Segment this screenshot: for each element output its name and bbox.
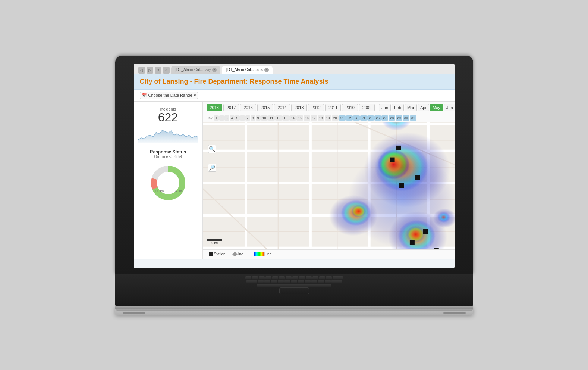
scale-label: 2 mi [211,241,218,245]
response-status-widget: Response Status On Time <= 6:59 [138,149,198,203]
key-enter [331,280,342,283]
year-btn-2012[interactable]: 2012 [308,104,324,111]
forward-button[interactable]: ▷ [147,67,153,74]
year-btn-2015[interactable]: 2015 [257,104,273,111]
key [252,276,258,279]
date-range-label: Choose the Date Range [148,93,192,97]
day-16[interactable]: 16 [304,115,310,121]
day-23[interactable]: 23 [353,115,360,121]
tab-1-close[interactable]: ✕ [212,68,217,72]
day-11[interactable]: 11 [268,115,275,121]
day-18[interactable]: 18 [318,115,324,121]
donut-late-label: 11.1% [155,189,165,193]
day-14[interactable]: 14 [289,115,296,121]
svg-rect-42 [415,175,420,180]
year-btn-2014[interactable]: 2014 [274,104,290,111]
day-15[interactable]: 15 [296,115,303,121]
day-10[interactable]: 10 [261,115,268,121]
center-panel: 2018 2017 2016 2015 2014 2013 2012 2011 … [203,102,455,259]
year-btn-2010[interactable]: 2010 [342,104,358,111]
day-8[interactable]: 8 [251,115,255,121]
scale-bar [207,239,222,241]
svg-rect-47 [396,145,401,150]
key [305,280,311,283]
day-9[interactable]: 9 [256,115,261,121]
fullscreen-button[interactable]: ⤢ [163,67,170,74]
inc-icon [232,251,238,256]
key [318,280,324,283]
zoom-in-icon: 🔍 [209,146,215,152]
svg-rect-44 [423,229,428,234]
month-btn-apr[interactable]: Apr [418,104,429,111]
key [306,276,312,279]
day-26[interactable]: 26 [374,115,381,121]
inc-label: Inc... [238,252,246,256]
refresh-button[interactable]: ↺ [155,67,161,74]
incidents-widget: Incidents 622 [138,107,198,143]
key [259,276,265,279]
day-1[interactable]: 1 [214,115,219,121]
day-5[interactable]: 5 [235,115,240,121]
day-20[interactable]: 20 [332,115,339,121]
back-button[interactable]: ◁ [138,67,145,74]
month-btn-jun[interactable]: Jun [444,104,455,111]
day-7[interactable]: 7 [245,115,250,121]
year-btn-2016[interactable]: 2016 [240,104,256,111]
month-btn-mar[interactable]: Mar [405,104,417,111]
browser-tab-2[interactable]: =[DT_Alarm.Cal... 2018 ✕ [222,66,273,74]
tab-1-label: =[DT_Alarm.Cal... [173,68,203,72]
day-19[interactable]: 19 [325,115,331,121]
day-22[interactable]: 22 [346,115,353,121]
day-24[interactable]: 24 [360,115,367,121]
day-28[interactable]: 28 [389,115,395,121]
svg-point-38 [348,151,455,248]
day-21[interactable]: 21 [339,115,346,121]
key [264,280,270,283]
year-btn-2018[interactable]: 2018 [207,104,222,111]
day-4[interactable]: 4 [230,115,235,121]
day-29[interactable]: 29 [396,115,402,121]
tab-2-close[interactable]: ✕ [264,68,269,72]
day-27[interactable]: 27 [381,115,388,121]
svg-rect-41 [390,157,394,162]
year-btn-2011[interactable]: 2011 [325,104,341,111]
year-btn-2013[interactable]: 2013 [291,104,307,111]
screen: ◁ ▷ ↺ ⤢ =[DT_Alarm.Cal... May ✕ =[DT_Ala… [134,64,455,268]
day-25[interactable]: 25 [367,115,374,121]
station-icon [209,252,213,256]
day-bar: Day 1 2 3 4 5 6 7 8 9 10 [203,114,455,122]
year-btn-2009[interactable]: 2009 [359,104,375,111]
year-btn-2017[interactable]: 2017 [223,104,239,111]
day-13[interactable]: 13 [282,115,289,121]
laptop: ◁ ▷ ↺ ⤢ =[DT_Alarm.Cal... May ✕ =[DT_Ala… [115,56,473,315]
dashboard: City of Lansing - Fire Department: Respo… [134,74,455,268]
day-17[interactable]: 17 [311,115,317,121]
month-btn-may[interactable]: May [430,104,443,111]
day-31[interactable]: 31 [410,115,416,121]
day-12[interactable]: 12 [275,115,282,121]
day-2[interactable]: 2 [219,115,224,121]
day-label: Day [207,116,213,120]
response-status-title: Response Status [138,149,198,155]
keyboard-rows [115,274,473,287]
incidents-count: 622 [138,111,198,123]
tab-2-label: =[DT_Alarm.Cal... [224,68,254,72]
trackpad[interactable] [279,287,309,294]
zoom-out-button[interactable]: 🔎 [208,164,216,172]
page-title: City of Lansing - Fire Department: Respo… [140,78,449,85]
legend-station: Station [209,252,226,256]
day-6[interactable]: 6 [240,115,245,121]
browser-chrome: ◁ ▷ ↺ ⤢ =[DT_Alarm.Cal... May ✕ =[DT_Ala… [134,64,455,74]
month-btn-feb[interactable]: Feb [392,104,404,111]
laptop-bottom [115,306,473,315]
browser-tab-1[interactable]: =[DT_Alarm.Cal... May ✕ [171,66,221,74]
day-30[interactable]: 30 [403,115,409,121]
day-3[interactable]: 3 [224,115,229,121]
key [272,276,278,279]
month-btn-jan[interactable]: Jan [379,104,391,111]
zoom-in-button[interactable]: 🔍 [208,145,216,153]
left-panel: Incidents 622 [134,102,203,259]
date-range-button[interactable]: 📅 Choose the Date Range ▾ [140,92,198,99]
map-area[interactable]: East Lansing Okemos [203,122,455,249]
svg-rect-46 [434,248,438,249]
